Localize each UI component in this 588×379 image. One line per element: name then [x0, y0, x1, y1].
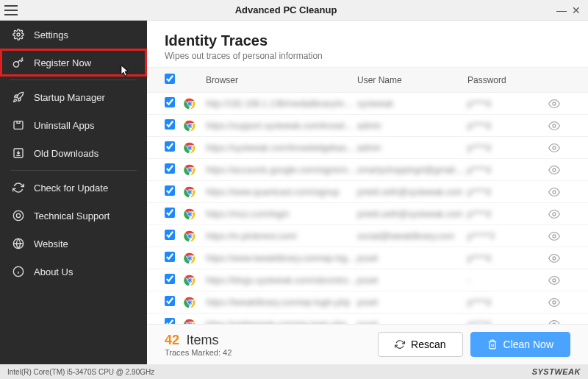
- svg-point-0: [17, 33, 20, 36]
- row-username: admin: [357, 121, 467, 131]
- svg-point-30: [188, 190, 191, 193]
- row-username: pssel: [357, 297, 467, 308]
- titlebar: Advanced PC Cleanup — ✕: [0, 0, 588, 21]
- content: Identity Traces Wipes out traces of pers…: [147, 21, 588, 364]
- sidebar-item-check-update[interactable]: Check for Update: [0, 174, 147, 202]
- sidebar-label: Old Downloads: [34, 148, 98, 159]
- row-url: https://support.systweak.com/knowledgeba…: [206, 121, 357, 131]
- reveal-password-icon[interactable]: [548, 98, 570, 110]
- row-checkbox[interactable]: [165, 318, 175, 324]
- row-password: p****d: [467, 319, 548, 325]
- reveal-password-icon[interactable]: [548, 230, 570, 242]
- table-body: http://192.168.1.136/medialibrary/index.…: [147, 93, 588, 324]
- gear-icon: [12, 28, 25, 41]
- chrome-icon: [184, 297, 206, 308]
- support-icon: [12, 209, 25, 222]
- row-checkbox[interactable]: [165, 274, 175, 284]
- row-checkbox[interactable]: [165, 185, 175, 196]
- reveal-password-icon[interactable]: [548, 297, 570, 308]
- sidebar-label: Startup Manager: [34, 92, 105, 103]
- row-checkbox[interactable]: [165, 119, 175, 130]
- items-label: Items: [187, 333, 219, 347]
- window-title: Advanced PC Cleanup: [18, 4, 554, 15]
- clean-label: Clean Now: [503, 339, 553, 350]
- chrome-icon: [184, 186, 206, 198]
- svg-point-50: [188, 278, 191, 281]
- row-url: https://tweaklibrary.com/wp-login.php: [206, 297, 357, 308]
- row-password: p****d: [467, 99, 548, 109]
- table-row: http://192.168.1.136/medialibrary/index.…: [147, 93, 588, 115]
- key-icon: [12, 56, 25, 69]
- traces-marked: Traces Marked: 42: [165, 348, 232, 357]
- globe-icon: [12, 237, 25, 250]
- row-url: https://accounts.google.com/signin/v2...: [206, 165, 357, 175]
- svg-rect-1: [14, 121, 23, 130]
- page-title: Identity Traces: [165, 32, 570, 49]
- clean-now-button[interactable]: Clean Now: [470, 332, 570, 357]
- reveal-password-icon[interactable]: [548, 319, 570, 325]
- svg-point-40: [188, 234, 191, 237]
- reveal-password-icon[interactable]: [548, 208, 570, 220]
- chrome-icon: [184, 319, 206, 325]
- table-row: https://blogs.systweak.com/ubcontrolpane…: [147, 269, 588, 291]
- row-checkbox[interactable]: [165, 97, 175, 107]
- download-icon: [12, 146, 25, 160]
- item-count: 42: [165, 333, 179, 347]
- sidebar-label: About Us: [34, 266, 73, 277]
- sidebar-label: Check for Update: [34, 183, 108, 194]
- sidebar-item-settings[interactable]: Settings: [0, 21, 147, 49]
- sidebar-label: Settings: [34, 29, 68, 40]
- sidebar-label: Uninstall Apps: [34, 120, 94, 131]
- table-row: https://wethegeek.com/wp-login.phppsselp…: [147, 314, 588, 324]
- row-checkbox[interactable]: [165, 252, 175, 262]
- row-checkbox[interactable]: [165, 141, 175, 152]
- row-checkbox[interactable]: [165, 230, 175, 240]
- svg-point-36: [553, 213, 556, 216]
- sidebar-label: Register Now: [34, 57, 91, 68]
- rescan-label: Rescan: [411, 339, 445, 350]
- sidebar-item-old-downloads[interactable]: Old Downloads: [0, 139, 147, 167]
- row-username: pssel: [357, 275, 467, 286]
- sidebar-item-about-us[interactable]: About Us: [0, 258, 147, 286]
- row-username: preeti.seth@systweak.com: [357, 187, 467, 197]
- menu-icon[interactable]: [4, 5, 18, 15]
- chrome-icon: [184, 164, 206, 176]
- chrome-icon: [184, 98, 206, 110]
- row-checkbox[interactable]: [165, 296, 175, 306]
- row-url: https://www.quantcast.com/signup: [206, 187, 357, 197]
- svg-point-10: [188, 102, 191, 105]
- sidebar: Settings Register Now Startup Manager Un…: [0, 21, 147, 364]
- table-row: https://www.tweaklibrary.com/wp-login.ph…: [147, 247, 588, 269]
- svg-point-56: [553, 301, 556, 304]
- select-all-checkbox[interactable]: [165, 74, 175, 84]
- close-button[interactable]: ✕: [569, 4, 584, 16]
- rocket-icon: [12, 91, 25, 104]
- col-password: Password: [467, 75, 548, 85]
- chrome-icon: [184, 274, 206, 286]
- minimize-button[interactable]: —: [554, 4, 569, 16]
- row-password: p*****3: [467, 231, 548, 241]
- reveal-password-icon[interactable]: [548, 274, 570, 286]
- reveal-password-icon[interactable]: [548, 164, 570, 176]
- cpu-info: Intel(R) Core(TM) i5-3470S CPU @ 2.90GHz: [7, 368, 154, 376]
- table-row: https://moz.com/loginpreeti.seth@systwea…: [147, 203, 588, 225]
- svg-point-26: [553, 169, 556, 171]
- svg-point-51: [553, 279, 556, 282]
- row-checkbox[interactable]: [165, 208, 175, 218]
- sidebar-item-startup-manager[interactable]: Startup Manager: [0, 83, 147, 111]
- box-icon: [12, 118, 25, 132]
- reveal-password-icon[interactable]: [548, 142, 570, 154]
- sidebar-item-register-now[interactable]: Register Now: [0, 49, 147, 77]
- reveal-password-icon[interactable]: [548, 186, 570, 198]
- chrome-icon: [184, 252, 206, 264]
- row-checkbox[interactable]: [165, 163, 175, 174]
- col-browser: Browser: [206, 75, 357, 85]
- reveal-password-icon[interactable]: [548, 120, 570, 132]
- row-username: preeti.seth@systweak.com: [357, 209, 467, 219]
- sidebar-item-website[interactable]: Website: [0, 230, 147, 258]
- sidebar-item-uninstall-apps[interactable]: Uninstall Apps: [0, 111, 147, 139]
- rescan-button[interactable]: Rescan: [378, 332, 462, 357]
- reveal-password-icon[interactable]: [548, 252, 570, 264]
- sidebar-label: Technical Support: [34, 210, 110, 222]
- sidebar-item-technical-support[interactable]: Technical Support: [0, 202, 147, 230]
